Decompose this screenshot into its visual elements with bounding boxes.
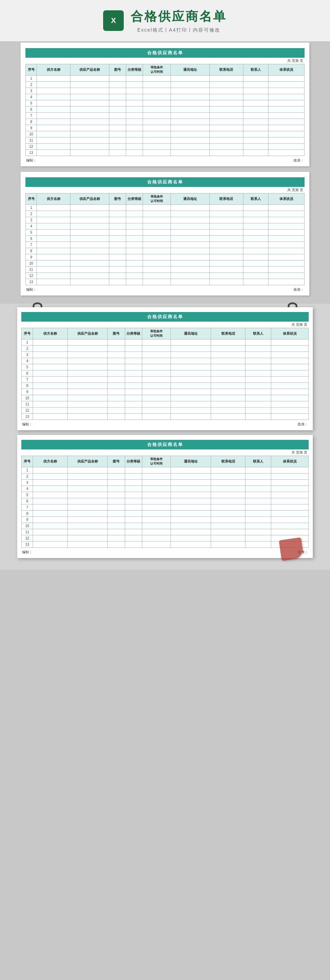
stamp-decoration — [280, 539, 303, 559]
table-cell — [243, 119, 268, 125]
table-cell — [125, 529, 142, 535]
table-cell — [246, 383, 271, 389]
table-cell — [243, 107, 268, 113]
table-cell — [171, 248, 210, 254]
table-cell — [142, 352, 171, 358]
table-cell — [210, 229, 243, 236]
table-cell — [268, 229, 304, 236]
table-cell — [109, 223, 126, 229]
table-cell — [171, 352, 211, 358]
table-cell — [125, 377, 142, 383]
table-cell — [171, 273, 210, 279]
table-cell — [108, 504, 125, 511]
table-cell — [108, 535, 125, 541]
table-cell — [243, 131, 268, 137]
table-cell — [125, 523, 142, 529]
table-row: 13 — [22, 541, 309, 548]
table-cell — [271, 486, 309, 492]
table-row: 11 — [26, 137, 304, 144]
table-cell — [125, 383, 142, 389]
table-row: 1 — [22, 339, 309, 346]
table-cell — [171, 137, 210, 144]
table-cell — [171, 498, 211, 504]
table-cell — [171, 94, 210, 100]
table-cell — [143, 267, 171, 273]
table-cell — [268, 254, 304, 261]
table-row: 2 — [26, 211, 304, 217]
page-info-1: 共 页第 页 — [26, 58, 304, 64]
table-cell — [126, 217, 143, 223]
table-cell — [271, 504, 309, 511]
table-cell — [171, 414, 211, 420]
footer-right-1: 批准： — [293, 158, 304, 163]
table-cell — [142, 523, 171, 529]
table-cell — [246, 352, 271, 358]
table-title-4: 合格供应商名单 — [21, 440, 309, 449]
table-body-2: 12345678910111213 — [26, 205, 304, 285]
table-cell — [142, 511, 171, 517]
table-cell — [37, 248, 70, 254]
table-row: 7 — [22, 504, 309, 511]
table-cell — [70, 119, 109, 125]
table-cell — [70, 242, 109, 248]
table-cell — [246, 541, 271, 548]
table-cell — [271, 529, 309, 535]
table-cell — [142, 346, 171, 352]
table-cell — [246, 371, 271, 377]
table-cell — [143, 119, 171, 125]
table-cell — [271, 377, 309, 383]
table-header-row-4: 序号 供方名称 供应产品名称 图号 分类等级 审批条件认可时间 通讯地址 联系电… — [22, 456, 309, 467]
table-cell — [33, 414, 67, 420]
table-row: 8 — [26, 248, 304, 254]
table-cell — [211, 389, 246, 395]
table-cell — [246, 407, 271, 414]
table-cell — [37, 267, 70, 273]
table-cell — [210, 119, 243, 125]
table-row: 5 — [26, 229, 304, 236]
page-info-2: 共 页第 页 — [26, 187, 304, 193]
sheet-page-1: 合格供应商名单 共 页第 页 序号 供方名称 供应产品名称 图号 分类等级 审批… — [21, 43, 309, 166]
table-cell — [33, 535, 67, 541]
table-row: 5 — [26, 100, 304, 107]
table-cell — [271, 371, 309, 377]
table-cell — [142, 529, 171, 535]
table-cell — [268, 125, 304, 131]
table-cell — [37, 82, 70, 88]
table-cell — [142, 486, 171, 492]
table-cell — [268, 242, 304, 248]
table-cell — [37, 137, 70, 144]
table-cell — [70, 82, 109, 88]
table-cell: 3 — [26, 217, 37, 223]
table-cell — [243, 236, 268, 242]
table-cell — [108, 407, 125, 414]
sheet-page-3: 合格供应商名单 共 页第 页 序号 供方名称 供应产品名称 图号 分类等级 审批… — [17, 307, 313, 430]
table-cell: 1 — [26, 76, 37, 82]
th-contact-3: 联系人 — [246, 328, 271, 339]
table-cell — [271, 498, 309, 504]
table-cell — [108, 401, 125, 407]
table-cell — [126, 144, 143, 150]
table-cell — [268, 205, 304, 211]
table-cell — [171, 261, 210, 267]
table-cell: 9 — [22, 389, 33, 395]
table-cell — [243, 88, 268, 94]
table-cell — [211, 414, 246, 420]
th-conditions-2: 审批条件认可时间 — [143, 194, 171, 205]
table-cell — [70, 150, 109, 156]
table-row: 8 — [22, 511, 309, 517]
table-cell — [142, 517, 171, 523]
table-cell — [109, 267, 126, 273]
table-cell — [70, 217, 109, 223]
table-cell — [125, 498, 142, 504]
page-info-text-2: 共 页第 页 — [287, 188, 303, 192]
table-cell — [37, 279, 70, 285]
table-cell — [246, 346, 271, 352]
table-row: 2 — [22, 346, 309, 352]
table-cell: 2 — [26, 211, 37, 217]
table-cell — [243, 279, 268, 285]
table-cell — [125, 352, 142, 358]
table-cell — [246, 339, 271, 346]
table-cell — [243, 261, 268, 267]
table-cell — [108, 541, 125, 548]
table-cell — [268, 267, 304, 273]
